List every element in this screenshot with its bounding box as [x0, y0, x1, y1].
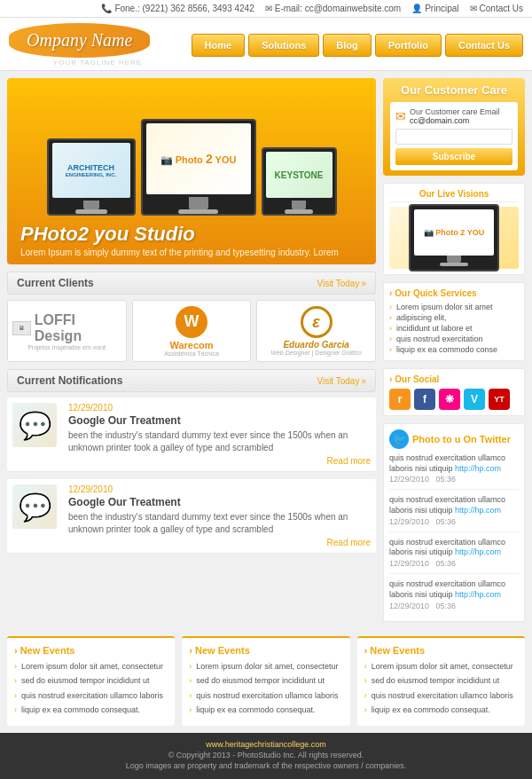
- nav-solutions[interactable]: Solutions: [248, 34, 319, 57]
- client-warecom: W Warecom Assistência Técnica: [132, 300, 252, 362]
- hero-subtitle: Lorem Ipsum is simply dummy text of the …: [20, 248, 363, 257]
- event-1-item-3: quis nostrud exercitation ullamco labori…: [14, 689, 168, 703]
- qs-item-1: Lorem ipsum dolor sit amet: [389, 302, 519, 312]
- notif-content-2: 12/29/2010 Google Our Treatment been the…: [68, 484, 371, 547]
- logo-text: Ompany Name: [27, 30, 132, 51]
- facebook-icon[interactable]: f: [414, 389, 435, 410]
- live-vision-image: 📷 Photo 2 YOU: [389, 207, 519, 269]
- main-nav: Home Solutions Blog Portfolio Contact Us: [192, 34, 523, 57]
- subscribe-button[interactable]: Subscribe: [395, 148, 512, 165]
- notification-1: 💬 12/29/2010 Google Our Treatment been t…: [7, 397, 376, 472]
- quick-services-box: › Our Quick Services Lorem ipsum dolor s…: [383, 282, 525, 361]
- qs-item-5: liquip ex ea commodo conse: [389, 344, 519, 355]
- customer-care-box: Our Customer Care ✉ Our Customer care Em…: [383, 78, 525, 176]
- care-email-input[interactable]: [395, 129, 512, 145]
- talk-icon-1: 💬: [12, 403, 57, 447]
- footer-notice: Logo images are property and trademark o…: [13, 761, 519, 770]
- footer-website: www.heritagechristiancollege.com: [13, 740, 519, 749]
- tweet-text-2: quis nostrud exercitation ullamco labori…: [389, 495, 519, 515]
- nav-contact[interactable]: Contact Us: [445, 34, 523, 57]
- monitor-keystone: KEYSTONE: [262, 147, 337, 216]
- live-visions-box: Our Live Visions 📷 Photo 2 YOU: [383, 183, 525, 275]
- event-3-item-4: liquip ex ea commodo consequat.: [364, 704, 518, 717]
- clients-row: 🖥 LOFFI Design Projetos Inspirados em vo…: [7, 300, 376, 362]
- notif-date-1: 12/29/2010: [68, 403, 371, 413]
- twitter-bird-icon: 🐦: [389, 429, 409, 449]
- tweet-link-1[interactable]: http://hp.com: [455, 464, 501, 473]
- notifications-title: Current Notifications: [17, 374, 122, 387]
- qs-item-3: incididunt ut labore et: [389, 323, 519, 334]
- tweet-date-1: 12/29/2010 05:36: [389, 475, 519, 484]
- tweet-4: quis nostrud exercitation ullamco labori…: [389, 579, 519, 615]
- notif-date-2: 12/29/2010: [68, 484, 371, 494]
- social-box: › Our Social r f ❋ V YT: [383, 368, 525, 416]
- events-title-2: › New Events: [189, 645, 342, 656]
- email-info: ✉ E-mail: cc@domainwebsite.com: [265, 4, 401, 13]
- warecom-circle: W: [176, 306, 207, 338]
- talk-icon-2: 💬: [12, 484, 57, 529]
- twitter-title: Photo to u On Twitter: [412, 434, 511, 445]
- clients-section-bar: Current Clients Visit Today »: [7, 271, 376, 295]
- tweet-text-4: quis nostrud exercitation ullamco labori…: [389, 579, 519, 600]
- logo-area: Ompany Name YOUR TAGLINE HERE: [9, 23, 186, 67]
- event-3-item-3: quis nostrud exercitation ullamco labori…: [364, 689, 518, 703]
- events-col-3: › New Events Lorem ipsum dolor sit amet,…: [357, 636, 525, 726]
- monitor-photo2you: 📷 Photo 2 YOU: [141, 119, 256, 216]
- notifications-visit-today[interactable]: Visit Today »: [317, 376, 366, 386]
- eduardo-circle: ε: [301, 306, 332, 338]
- client-loffi: 🖥 LOFFI Design Projetos Inspirados em vo…: [7, 300, 127, 362]
- tweet-date-3: 12/29/2010 05:36: [389, 559, 519, 568]
- clients-title: Current Clients: [17, 277, 94, 289]
- events-section: › New Events Lorem ipsum dolor sit amet,…: [0, 629, 532, 733]
- left-column: ARCHITECH ENGINEERING, INC. 📷 Photo 2 YO: [7, 78, 376, 622]
- notif-content-1: 12/29/2010 Google Our Treatment been the…: [68, 403, 371, 466]
- right-column: Our Customer Care ✉ Our Customer care Em…: [383, 78, 525, 622]
- logo-sub: YOUR TAGLINE HERE: [9, 59, 186, 67]
- nav-portfolio[interactable]: Portfolio: [375, 34, 442, 57]
- event-3-item-2: sed do eiusmod tempor incididunt ut: [364, 674, 518, 688]
- notif-title-2: Google Our Treatment: [68, 496, 371, 508]
- clients-visit-today[interactable]: Visit Today »: [317, 279, 366, 288]
- events-arrow-2: ›: [189, 645, 192, 656]
- social-icons-row: r f ❋ V YT: [389, 389, 519, 410]
- loffi-logo: LOFFI Design: [35, 312, 121, 344]
- client-eduardo: ε Eduardo Garcia Web Designer | Designer…: [256, 300, 376, 362]
- hero-banner: ARCHITECH ENGINEERING, INC. 📷 Photo 2 YO: [7, 78, 376, 264]
- read-more-2[interactable]: Read more: [68, 538, 371, 547]
- tweet-1: quis nostrud exercitation ullamco labori…: [389, 453, 519, 490]
- email-icon: ✉: [265, 4, 272, 13]
- tweet-text-3: quis nostrud exercitation ullamco labori…: [389, 538, 519, 558]
- vimeo-icon[interactable]: V: [464, 389, 485, 410]
- care-email-label: Our Customer care Email: [410, 107, 500, 116]
- notifications-section-bar: Current Notifications Visit Today »: [7, 369, 376, 392]
- event-1-item-2: sed do eiusmod tempor incididunt ut: [14, 674, 168, 688]
- tweet-3: quis nostrud exercitation ullamco labori…: [389, 538, 519, 574]
- youtube-icon[interactable]: YT: [489, 389, 510, 410]
- principal-link[interactable]: 👤 Principal: [411, 4, 458, 13]
- event-1-item-4: liquip ex ea commodo consequat.: [14, 704, 168, 717]
- rss-icon[interactable]: r: [389, 389, 411, 410]
- twitter-header: 🐦 Photo to u On Twitter: [389, 429, 519, 449]
- tweet-link-2[interactable]: http://hp.com: [455, 506, 501, 515]
- notif-icon-2: 💬: [12, 484, 61, 547]
- care-email-value: cc@domain.com: [410, 116, 500, 125]
- footer-website-link[interactable]: www.heritagechristiancollege.com: [206, 740, 326, 749]
- social-title: › Our Social: [389, 374, 519, 384]
- keystone-logo: KEYSTONE: [275, 170, 324, 180]
- notification-2: 💬 12/29/2010 Google Our Treatment been t…: [7, 479, 376, 554]
- tweet-date-2: 12/29/2010 05:36: [389, 517, 519, 526]
- nav-blog[interactable]: Blog: [323, 34, 371, 57]
- tweet-link-3[interactable]: http://hp.com: [455, 547, 501, 556]
- contact-link[interactable]: ✉ Contact Us: [470, 4, 523, 13]
- nav-home[interactable]: Home: [192, 34, 246, 57]
- arrow-icon: ›: [389, 374, 392, 384]
- tweet-2: quis nostrud exercitation ullamco labori…: [389, 495, 519, 531]
- notif-title-1: Google Our Treatment: [68, 414, 371, 427]
- tweet-link-4[interactable]: http://hp.com: [455, 590, 501, 599]
- hero-title: PHoto2 you Studio: [20, 223, 363, 246]
- events-col-1: › New Events Lorem ipsum dolor sit amet,…: [7, 636, 175, 726]
- notifications-section: Current Notifications Visit Today » 💬 12…: [7, 369, 376, 554]
- read-more-1[interactable]: Read more: [68, 456, 371, 466]
- header: Ompany Name YOUR TAGLINE HERE Home Solut…: [0, 18, 532, 71]
- flickr-icon[interactable]: ❋: [439, 389, 460, 410]
